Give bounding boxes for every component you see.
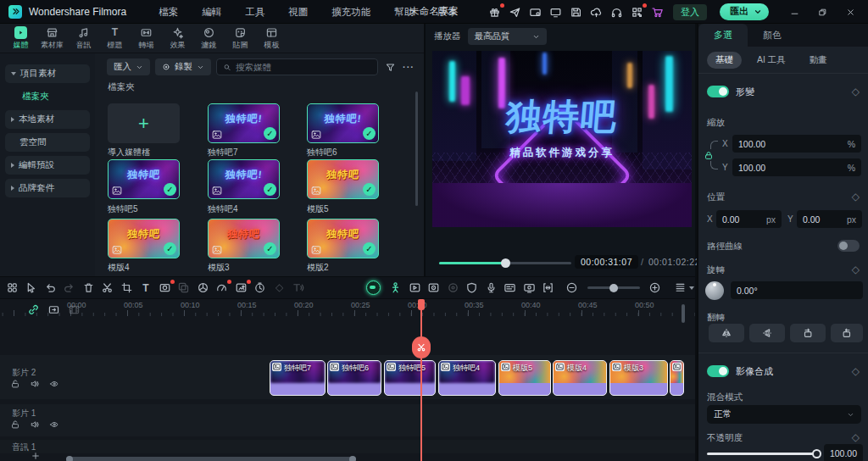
subtab-basic[interactable]: 基礎 <box>707 52 742 69</box>
position-y-field[interactable]: 0.00px <box>797 210 862 228</box>
timeline-clip[interactable] <box>670 360 684 396</box>
tab-transitions[interactable]: 轉場 <box>131 24 162 53</box>
film-icon[interactable] <box>68 303 81 316</box>
fit-timeline-icon[interactable] <box>542 281 555 295</box>
blend-mode-select[interactable]: 正常 <box>707 405 861 424</box>
track-mute-icon[interactable] <box>30 419 40 430</box>
transform-toggle[interactable] <box>707 86 729 97</box>
mask-icon[interactable] <box>159 281 172 295</box>
scale-x-field[interactable]: 100.00% <box>732 135 861 153</box>
export-button[interactable]: 匯出 <box>720 3 769 20</box>
record-button[interactable]: 錄製 <box>155 58 211 75</box>
keyframe-icon[interactable]: ◇ <box>852 264 860 275</box>
menu-view[interactable]: 視圖 <box>276 0 320 24</box>
media-thumbnail[interactable]: 独特吧!✓ <box>208 159 280 199</box>
opacity-handle[interactable] <box>812 449 821 458</box>
sidebar-item-project-media[interactable]: 項目素材 <box>5 64 90 83</box>
search-input[interactable] <box>236 62 371 72</box>
render-preview-icon[interactable] <box>409 281 422 295</box>
tab-multiselect[interactable]: 多選 <box>698 24 748 47</box>
minimize-button[interactable] <box>783 0 805 24</box>
save-icon[interactable] <box>569 5 583 19</box>
support-icon[interactable] <box>609 5 624 19</box>
tab-titles[interactable]: T標題 <box>99 24 131 53</box>
zoom-out-icon[interactable] <box>565 281 579 295</box>
timeline-clip[interactable]: 独特吧6 <box>327 360 381 396</box>
select-tool-icon[interactable] <box>25 281 38 295</box>
media-thumbnail[interactable]: 独特吧✓ <box>108 219 180 258</box>
cart-icon[interactable] <box>650 5 665 19</box>
license-icon[interactable] <box>528 5 542 19</box>
filter-icon[interactable] <box>383 60 397 74</box>
flip-horizontal-button[interactable] <box>709 324 744 342</box>
opacity-field[interactable]: 100.00 <box>824 444 863 461</box>
keyframe-tool-icon[interactable]: ◇ <box>273 281 287 295</box>
shield-icon[interactable] <box>465 281 479 295</box>
subtab-animation[interactable]: 動畫 <box>801 52 836 69</box>
sidebar-item-edit-presets[interactable]: 編輯預設 <box>5 156 90 175</box>
menu-tools[interactable]: 工具 <box>233 0 276 24</box>
sidebar-item-folder[interactable]: 檔案夾 <box>5 87 90 106</box>
seek-bar[interactable] <box>439 262 571 264</box>
media-thumbnail[interactable]: 独特吧✓ <box>307 219 379 258</box>
restore-button[interactable] <box>811 0 833 24</box>
track-lock-icon[interactable] <box>10 419 20 430</box>
tab-media[interactable]: 媒體 <box>5 24 36 53</box>
keyframe-icon[interactable]: ◇ <box>852 366 860 376</box>
duration-icon[interactable] <box>253 281 267 295</box>
seek-handle[interactable] <box>501 258 510 268</box>
rotation-dial[interactable] <box>705 281 724 300</box>
tab-filters[interactable]: 濾鏡 <box>193 24 225 53</box>
menu-edit[interactable]: 編輯 <box>190 0 233 24</box>
rotate-cw-button[interactable] <box>790 324 826 342</box>
motion-body-icon[interactable] <box>389 281 403 295</box>
position-x-field[interactable]: 0.00px <box>716 210 782 228</box>
auto-ripple-icon[interactable] <box>47 303 60 316</box>
sidebar-item-local-media[interactable]: 本地素材 <box>5 110 90 129</box>
timeline-clip[interactable]: 独特吧4 <box>438 360 496 396</box>
compositing-toggle[interactable] <box>707 365 729 377</box>
share-icon[interactable] <box>508 5 522 19</box>
quality-select[interactable]: 最高品質 <box>468 28 547 45</box>
timeline-vscrollbar[interactable] <box>682 304 685 323</box>
time-ruler[interactable]: 00:00 00:05 00:10 00:15 00:20 00:25 00:3… <box>0 299 695 316</box>
menu-version[interactable]: 版本 <box>426 0 469 24</box>
split-icon[interactable] <box>101 281 114 295</box>
import-button[interactable]: 匯入 <box>107 58 150 75</box>
import-media-tile[interactable]: + <box>108 103 180 143</box>
track-visibility-icon[interactable] <box>49 419 59 430</box>
multi-view-icon[interactable] <box>653 30 666 43</box>
group-icon[interactable] <box>177 281 191 295</box>
record-option-icon[interactable] <box>447 281 460 295</box>
login-button[interactable]: 登入 <box>673 4 707 20</box>
keyframe-icon[interactable]: ◇ <box>852 86 860 97</box>
track-lock-icon[interactable] <box>10 379 20 389</box>
flip-vertical-button[interactable] <box>749 324 785 342</box>
opacity-slider[interactable] <box>707 453 817 455</box>
video-preview[interactable]: 独特吧 精品软件游戏分享 <box>432 51 692 227</box>
menu-file[interactable]: 檔案 <box>147 0 190 24</box>
speed-icon[interactable] <box>215 281 229 295</box>
scale-y-field[interactable]: 100.00% <box>732 158 861 176</box>
subtab-ai-tools[interactable]: AI 工具 <box>748 52 794 69</box>
sidebar-item-cloud[interactable]: 雲空間 <box>5 133 90 152</box>
text-tool-icon[interactable]: T <box>139 281 153 295</box>
undo-icon[interactable] <box>44 281 58 295</box>
link-clips-icon[interactable] <box>27 303 40 316</box>
redo-icon[interactable] <box>63 281 76 295</box>
rotate-ccw-button[interactable] <box>831 324 863 342</box>
media-thumbnail[interactable]: 独特吧✓ <box>307 159 379 199</box>
cloud-upload-icon[interactable] <box>589 5 604 19</box>
ai-image-icon[interactable] <box>235 281 248 295</box>
tab-color[interactable]: 顏色 <box>748 24 797 47</box>
timeline-clip[interactable]: 模版5 <box>498 360 551 396</box>
media-thumbnail[interactable]: 独特吧✓ <box>208 219 280 258</box>
timeline-zoom-slider[interactable] <box>587 286 640 289</box>
split-playhead-icon[interactable] <box>412 336 431 358</box>
qr-apps-icon[interactable] <box>630 5 644 19</box>
keyframe-icon[interactable]: ◇ <box>852 192 860 202</box>
track-height-icon[interactable] <box>674 281 687 295</box>
crop-icon[interactable] <box>120 281 134 295</box>
timeline-clip[interactable]: 独特吧7 <box>270 360 326 396</box>
media-thumbnail[interactable]: 独特吧!✓ <box>307 103 379 143</box>
